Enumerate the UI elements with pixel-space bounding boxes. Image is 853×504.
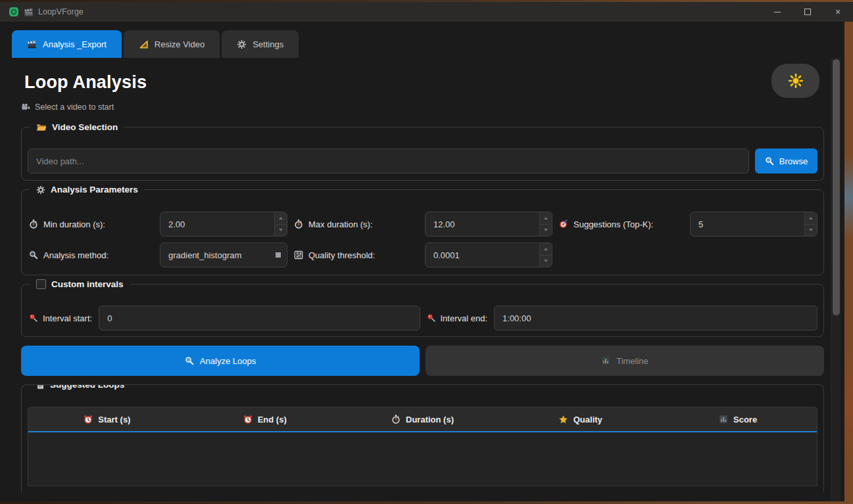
column-header-end[interactable]: End (s) — [186, 407, 344, 431]
bar-chart-icon — [719, 415, 728, 424]
analysis-method-label: Analysis method: — [29, 250, 160, 260]
suggestions-value[interactable] — [691, 212, 804, 236]
tab-label: Analysis _Export — [43, 39, 107, 49]
spin-down-button[interactable] — [539, 256, 552, 267]
pushpin-icon — [29, 313, 38, 323]
quality-threshold-field: Quality threshold: — [294, 242, 552, 267]
tab-resize-video[interactable]: Resize Video — [124, 30, 220, 58]
analysis-method-field: Analysis method: gradient_histogram — [29, 242, 287, 267]
analysis-parameters-group: Analysis Parameters Min duration (s): — [21, 189, 824, 275]
pushpin-icon — [427, 313, 436, 323]
target-icon — [559, 219, 568, 229]
stopwatch-icon — [391, 415, 401, 424]
quality-threshold-spinbox[interactable] — [425, 242, 552, 267]
spin-up-button[interactable] — [274, 212, 287, 225]
max-duration-value[interactable] — [426, 212, 539, 236]
magnifier-icon — [29, 250, 38, 260]
tab-label: Settings — [253, 39, 283, 49]
theme-toggle-button[interactable] — [771, 64, 819, 98]
interval-start-field: Interval start: — [29, 306, 420, 331]
stopwatch-icon — [294, 219, 303, 229]
quality-threshold-value[interactable] — [426, 243, 539, 267]
video-selection-title: Video Selection — [30, 122, 124, 133]
analysis-method-value: gradient_histogram — [160, 250, 276, 260]
table-header-row: Start (s) End (s) Duration (s) — [28, 407, 817, 431]
spin-up-button[interactable] — [539, 243, 552, 256]
suggested-loops-title: Suggested Loops — [30, 384, 130, 390]
min-duration-value[interactable] — [160, 212, 274, 236]
tab-settings[interactable]: Settings — [222, 30, 299, 58]
spin-up-button[interactable] — [804, 212, 817, 225]
max-duration-field: Max duration (s): — [294, 212, 552, 237]
triangle-ruler-icon — [139, 39, 149, 49]
status-line: Select a video to start — [21, 103, 824, 112]
analysis-panel: Loop Analysis Select a video to start Vi… — [0, 58, 844, 501]
custom-intervals-checkbox[interactable] — [36, 279, 46, 289]
abacus-icon — [294, 250, 303, 260]
combobox-indicator-icon — [276, 252, 281, 258]
stopwatch-icon — [29, 219, 38, 229]
custom-intervals-title: Custom intervals — [30, 279, 130, 290]
folder-icon — [36, 123, 47, 132]
action-buttons-row: Analyze Loops Timeline — [21, 346, 824, 376]
movie-camera-icon — [21, 103, 30, 112]
column-header-score[interactable]: Score — [659, 407, 817, 431]
scrollbar-thumb[interactable] — [833, 59, 840, 315]
min-duration-label: Min duration (s): — [29, 219, 160, 229]
min-duration-spinbox[interactable] — [160, 212, 287, 237]
column-header-quality[interactable]: Quality — [501, 407, 659, 431]
spin-down-button[interactable] — [539, 225, 552, 237]
spin-up-button[interactable] — [539, 212, 552, 225]
max-duration-spinbox[interactable] — [425, 212, 552, 237]
gear-icon — [36, 185, 45, 195]
titlebar: LoopVForge ─ × — [0, 2, 853, 22]
maximize-icon — [804, 9, 811, 15]
star-icon — [558, 415, 568, 424]
alarm-clock-icon — [243, 415, 253, 424]
suggestions-label: Suggestions (Top-K): — [559, 219, 690, 229]
interval-start-label: Interval start: — [29, 313, 92, 323]
interval-start-input[interactable] — [99, 306, 420, 331]
clipboard-icon — [36, 384, 45, 390]
magnifier-icon — [765, 156, 774, 166]
suggestions-spinbox[interactable] — [690, 212, 817, 237]
spin-down-button[interactable] — [274, 225, 287, 237]
suggestions-field: Suggestions (Top-K): — [559, 212, 817, 237]
tab-bar: Analysis _Export Resize Video Settings — [0, 22, 844, 58]
analyze-loops-button[interactable]: Analyze Loops — [21, 346, 420, 376]
video-path-input[interactable] — [28, 149, 749, 173]
column-header-duration[interactable]: Duration (s) — [344, 407, 502, 431]
status-text: Select a video to start — [35, 103, 114, 112]
app-window: Analysis _Export Resize Video Settings L… — [0, 22, 844, 501]
sun-icon — [789, 74, 803, 88]
interval-end-label: Interval end: — [427, 313, 488, 323]
app-logo-icon — [9, 7, 19, 17]
vertical-scrollbar[interactable] — [831, 58, 841, 501]
clapperboard-icon — [24, 7, 34, 17]
page-title: Loop Analysis — [24, 72, 824, 93]
column-header-start[interactable]: Start (s) — [28, 407, 186, 431]
gear-icon — [237, 39, 247, 49]
maximize-button[interactable] — [792, 2, 823, 22]
spin-down-button[interactable] — [804, 225, 817, 237]
window-title: LoopVForge — [38, 7, 84, 16]
tab-analysis-export[interactable]: Analysis _Export — [12, 30, 122, 58]
browse-button[interactable]: Browse — [755, 149, 817, 173]
empty-cell — [559, 242, 817, 267]
quality-threshold-label: Quality threshold: — [294, 250, 425, 260]
suggested-loops-table: Start (s) End (s) Duration (s) — [28, 407, 817, 486]
clapperboard-icon — [27, 39, 37, 49]
video-selection-group: Video Selection Browse — [21, 127, 824, 181]
custom-intervals-group: Custom intervals Interval start: — [21, 284, 824, 337]
minimize-button[interactable]: ─ — [762, 2, 792, 22]
suggested-loops-group: Suggested Loops Start (s) End (s) — [21, 384, 824, 493]
max-duration-label: Max duration (s): — [294, 219, 425, 229]
table-body-empty[interactable] — [28, 432, 817, 486]
min-duration-field: Min duration (s): — [29, 212, 287, 237]
close-button[interactable]: × — [823, 2, 853, 22]
interval-end-field: Interval end: — [427, 306, 818, 331]
analysis-parameters-title: Analysis Parameters — [30, 184, 144, 195]
interval-end-input[interactable] — [494, 306, 817, 331]
analysis-method-combobox[interactable]: gradient_histogram — [160, 242, 287, 267]
timeline-button[interactable]: Timeline — [426, 346, 824, 376]
